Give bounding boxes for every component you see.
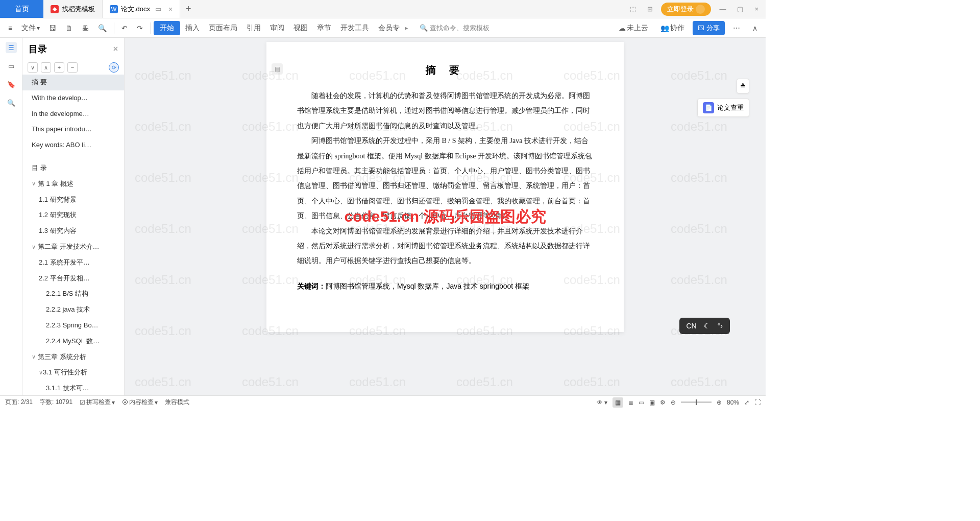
preview-icon[interactable]: 🔍	[94, 21, 111, 35]
add-tab-button[interactable]: +	[180, 0, 197, 18]
document-page[interactable]: ▤ 摘 要 随着社会的发展，计算机的优势和普及使得阿博图书馆管理系统的开发成为必…	[266, 42, 624, 332]
tab-close-icon[interactable]: ×	[168, 5, 173, 13]
daoke-icon: ◆	[51, 5, 59, 13]
toc-expand-all[interactable]: ∧	[41, 62, 51, 73]
outline-rail-icon[interactable]: ☰	[6, 42, 17, 53]
zoom-value[interactable]: 80%	[727, 399, 739, 406]
print-icon[interactable]: 🖶	[78, 21, 93, 35]
maximize-button[interactable]: ▢	[734, 3, 746, 15]
menu-devtools[interactable]: 开发工具	[336, 20, 373, 36]
tab-label: 论文.docx	[121, 5, 150, 14]
settings-icon[interactable]: ⚙	[660, 399, 666, 406]
status-page[interactable]: 页面: 2/31	[5, 398, 33, 407]
ime-expand-icon[interactable]: °›	[718, 322, 723, 330]
toc-item[interactable]: Key words: ABO li…	[22, 137, 124, 153]
view-page-icon[interactable]: ▦	[612, 397, 623, 408]
toc-item[interactable]: 2.2.3 Spring Bo…	[22, 318, 124, 334]
toc-sync-icon[interactable]: ⟳	[109, 62, 119, 73]
menu-start[interactable]: 开始	[154, 21, 180, 35]
view-read-icon[interactable]: ▣	[649, 399, 655, 406]
toc-item[interactable]: 3.1.1 技术可…	[22, 381, 124, 395]
close-button[interactable]: ×	[751, 3, 762, 15]
toc-item[interactable]: ∨第二章 开发技术介…	[22, 239, 124, 255]
status-contentcheck[interactable]: ⦿ 内容检查 ▾	[122, 398, 158, 407]
toc-item[interactable]: 2.2 平台开发相…	[22, 271, 124, 287]
toc-item[interactable]: 摘 要	[22, 75, 124, 90]
search-rail-icon[interactable]: 🔍	[6, 97, 17, 108]
menu-member[interactable]: 会员专	[374, 20, 404, 36]
layout-icon[interactable]: ⬚	[627, 3, 639, 15]
apps-icon[interactable]: ⊞	[644, 3, 656, 15]
menu-chapter[interactable]: 章节	[313, 20, 335, 36]
doc-heading: 摘 要	[297, 63, 593, 77]
undo-icon[interactable]: ↶	[117, 21, 132, 35]
login-label: 立即登录	[667, 5, 694, 14]
toc-item[interactable]: 2.1 系统开发平…	[22, 255, 124, 271]
doc-paragraph: 阿博图书馆管理系统的开发过程中，采用 B / S 架构，主要使用 Java 技术…	[297, 133, 593, 223]
toc-item[interactable]: 1.3 研究内容	[22, 223, 124, 239]
page-margin-icon[interactable]: ▤	[272, 63, 283, 75]
toc-item[interactable]: In the developme…	[22, 106, 124, 122]
command-search[interactable]: 🔍 查找命令、搜索模板	[420, 23, 511, 33]
avatar-icon	[696, 5, 705, 14]
paper-check-button[interactable]: 📄 论文查重	[697, 99, 749, 117]
cloud-status[interactable]: ☁ 未上云	[615, 20, 652, 36]
zoom-slider[interactable]	[681, 401, 712, 403]
file-menu[interactable]: 文件 ▾	[17, 20, 44, 36]
toc-remove[interactable]: −	[67, 62, 78, 73]
menu-references[interactable]: 引用	[242, 20, 265, 36]
view-web-icon[interactable]: ▭	[639, 399, 644, 406]
status-eye-icon[interactable]: 👁 ▾	[597, 399, 607, 406]
toc-item[interactable]: 目 录	[22, 160, 124, 176]
slides-rail-icon[interactable]: ▭	[6, 60, 17, 72]
bookmark-rail-icon[interactable]: 🔖	[6, 79, 17, 90]
toc-item[interactable]: 1.1 研究背景	[22, 192, 124, 208]
menu-overflow-icon[interactable]: ▸	[405, 24, 408, 32]
toc-item[interactable]: 2.2.4 MySQL 数…	[22, 334, 124, 349]
doc-paragraph: 本论文对阿博图书馆管理系统的发展背景进行详细的介绍，并且对系统开发技术进行介绍，…	[297, 224, 593, 269]
toc-item[interactable]: ∨3.1 可行性分析	[22, 365, 124, 381]
ime-lang: CN	[687, 322, 697, 330]
share-button[interactable]: ⮹ 分享	[693, 21, 725, 35]
status-compat: 兼容模式	[165, 398, 189, 407]
toc-item[interactable]: ∨第三章 系统分析	[22, 349, 124, 365]
status-spellcheck[interactable]: ☑ 拼写检查 ▾	[80, 398, 115, 407]
toc-item[interactable]: ∨第 1 章 概述	[22, 176, 124, 192]
menu-insert[interactable]: 插入	[181, 20, 204, 36]
toc-add[interactable]: +	[54, 62, 64, 73]
tab-document[interactable]: W 论文.docx ▭ ×	[103, 0, 180, 18]
save-icon[interactable]: 🖫	[45, 21, 60, 35]
save-as-icon[interactable]: 🗎	[61, 21, 77, 35]
tab-window-icon[interactable]: ▭	[155, 5, 161, 13]
login-button[interactable]: 立即登录	[661, 3, 711, 16]
fullscreen-icon[interactable]: ⛶	[754, 399, 761, 406]
tab-templates[interactable]: ◆ 找稻壳模板	[43, 0, 103, 18]
menu-view[interactable]: 视图	[289, 20, 312, 36]
view-outline-icon[interactable]: ≣	[628, 399, 633, 406]
toc-item[interactable]: 2.2.1 B/S 结构	[22, 286, 124, 302]
collapse-ribbon-icon[interactable]: ⋯	[729, 21, 744, 35]
home-tab[interactable]: 首页	[0, 0, 43, 18]
hamburger-icon[interactable]: ≡	[4, 21, 16, 35]
doc-paragraph: 随着社会的发展，计算机的优势和普及使得阿博图书馆管理系统的开发成为必需。阿博图书…	[297, 88, 593, 133]
fit-page-icon[interactable]: ⤢	[744, 399, 749, 406]
toc-item[interactable]: 2.2.2 java 技术	[22, 302, 124, 318]
ime-moon-icon[interactable]: ☾	[704, 322, 710, 330]
toc-collapse-all[interactable]: ∨	[28, 62, 38, 73]
sidebar-close-icon[interactable]: ×	[113, 44, 118, 54]
redo-icon[interactable]: ↷	[133, 21, 147, 35]
zoom-in-button[interactable]: ⊕	[717, 399, 722, 406]
menu-layout[interactable]: 页面布局	[205, 20, 241, 36]
menu-review[interactable]: 审阅	[266, 20, 288, 36]
toc-item[interactable]: With the develop…	[22, 90, 124, 106]
float-collapse-icon[interactable]: ≙	[737, 79, 749, 93]
toc-item[interactable]: This paper introdu…	[22, 122, 124, 137]
minimize-button[interactable]: —	[716, 3, 729, 15]
tab-label: 找稻壳模板	[62, 5, 95, 14]
coop-button[interactable]: 👥 协作	[656, 20, 689, 36]
expand-ribbon-icon[interactable]: ∧	[748, 21, 762, 35]
zoom-out-button[interactable]: ⊖	[671, 399, 676, 406]
toc-item[interactable]: 1.2 研究现状	[22, 207, 124, 223]
status-words[interactable]: 字数: 10791	[40, 398, 72, 407]
ime-bar[interactable]: CN ☾ °›	[679, 318, 730, 334]
